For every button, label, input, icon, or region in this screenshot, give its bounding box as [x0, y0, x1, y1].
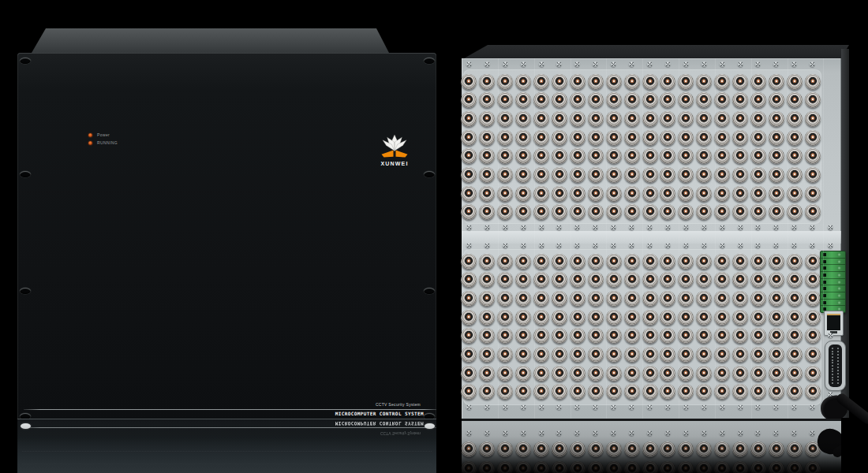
panel-screw — [592, 430, 599, 437]
bnc-connector — [642, 328, 658, 344]
bnc-connector — [515, 328, 531, 344]
panel-screw — [556, 224, 563, 231]
bnc-connector — [678, 291, 694, 307]
panel-screw — [628, 404, 635, 411]
bnc-connector — [805, 310, 821, 326]
product-photo-stage: Power RUNNING XUNWEI CC — [0, 0, 868, 473]
bnc-connector — [479, 254, 495, 270]
bnc-connector — [769, 310, 784, 326]
bnc-connector — [714, 130, 730, 146]
bnc-connector — [769, 148, 784, 164]
bnc-connector — [497, 92, 513, 108]
bnc-connector — [606, 328, 622, 344]
bnc-connector — [787, 328, 803, 344]
bnc-connector — [588, 130, 604, 146]
bnc-connector — [696, 186, 712, 202]
bnc-connector — [660, 291, 675, 307]
bnc-connector — [732, 92, 748, 108]
panel-screw — [628, 61, 635, 68]
bnc-connector — [769, 291, 784, 307]
bnc-connector — [515, 310, 531, 326]
bnc-connector — [787, 366, 803, 382]
db25-pin — [832, 377, 833, 378]
bnc-connector — [461, 92, 477, 108]
bnc-connector — [642, 254, 658, 270]
bnc-connector — [732, 130, 748, 146]
bnc-connector — [588, 186, 604, 202]
panel-screw — [719, 61, 726, 68]
bnc-connector — [787, 272, 803, 288]
panel-screw — [791, 224, 798, 231]
bnc-connector — [696, 130, 712, 146]
panel-screw — [737, 224, 744, 231]
bnc-connector — [588, 347, 604, 363]
bnc-connector — [515, 461, 531, 473]
bnc-connector — [479, 92, 495, 108]
panel-screw — [719, 430, 726, 437]
terminal-position — [821, 259, 845, 266]
bnc-connector — [642, 111, 658, 127]
bnc-connector — [787, 74, 803, 90]
bnc-connector — [588, 441, 604, 457]
panel-screw — [592, 242, 599, 249]
bnc-connector — [497, 328, 513, 344]
bnc-connector — [533, 291, 549, 307]
bnc-connector — [479, 204, 495, 220]
bnc-connector — [678, 204, 694, 220]
bnc-connector — [714, 384, 730, 400]
bnc-connector — [570, 310, 586, 326]
bnc-connector — [714, 461, 730, 473]
power-led-label: Power — [97, 132, 110, 137]
bnc-connector — [660, 461, 675, 473]
bnc-connector — [787, 441, 803, 457]
bnc-connector — [714, 272, 730, 288]
panel-screw — [466, 430, 473, 437]
bnc-connector — [787, 204, 803, 220]
bnc-connector — [678, 186, 694, 202]
bnc-connector — [732, 74, 748, 90]
panel-screw — [737, 430, 744, 437]
bnc-connector — [461, 130, 477, 146]
bnc-connector — [678, 461, 694, 473]
db25-pin — [837, 360, 839, 362]
bnc-connector — [805, 92, 821, 108]
bnc-connector — [714, 111, 730, 127]
panel-screw — [574, 224, 581, 231]
db25-pin — [837, 363, 839, 365]
panel-screw — [773, 61, 780, 68]
panel-screw — [556, 404, 563, 411]
bnc-connector — [750, 347, 766, 363]
bnc-connector — [461, 310, 477, 326]
rear-panel — [462, 58, 841, 420]
bnc-connector — [678, 272, 694, 288]
bnc-connector — [624, 92, 640, 108]
bnc-connector — [714, 186, 730, 202]
bnc-connector — [497, 441, 513, 457]
db25-pin-column-left — [832, 348, 833, 384]
bnc-connector — [805, 384, 821, 400]
bnc-connector — [805, 148, 821, 164]
bnc-connector — [769, 167, 784, 183]
bnc-connector — [624, 328, 640, 344]
bnc-connector — [624, 204, 640, 220]
bnc-connector — [732, 111, 748, 127]
bnc-connector — [696, 461, 712, 473]
bnc-connector — [497, 291, 513, 307]
bnc-connector — [750, 148, 766, 164]
bnc-connector — [660, 328, 675, 344]
panel-screw — [755, 430, 762, 437]
power-indicator: Power — [88, 131, 118, 139]
bnc-connector — [624, 167, 640, 183]
bnc-connector — [678, 254, 694, 270]
bnc-connector — [479, 384, 495, 400]
bnc-connector — [787, 167, 803, 183]
bnc-connector — [750, 291, 766, 307]
bnc-connector — [497, 74, 513, 90]
bnc-connector — [533, 148, 549, 164]
bnc-connector — [714, 92, 730, 108]
bnc-connector — [750, 204, 766, 220]
bnc-connector — [750, 441, 766, 457]
reflected-screw-row — [462, 430, 821, 436]
panel-screw — [646, 242, 653, 249]
panel-screw — [791, 430, 798, 437]
